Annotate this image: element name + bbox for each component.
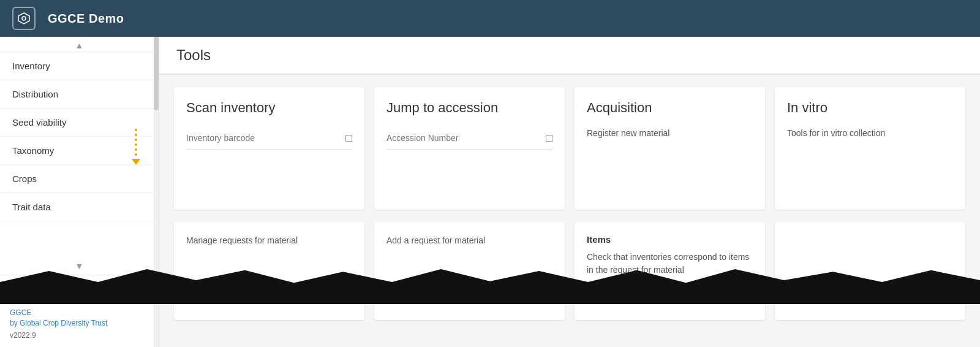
bottom-cards-grid: Manage requests for material Add a reque… bbox=[159, 222, 980, 332]
accession-scan-icon[interactable]: □ bbox=[546, 132, 552, 145]
org-by: by Global Crop Diversity Trust bbox=[10, 318, 149, 329]
app-header: GGCE Demo bbox=[0, 0, 980, 37]
main-content: Tools Scan inventory □ Jump to accession… bbox=[159, 37, 980, 347]
sidebar-item-distribution[interactable]: Distribution bbox=[0, 80, 159, 109]
org-name: GGCE bbox=[10, 308, 149, 318]
sidebar-item-label: Trait data bbox=[12, 202, 51, 212]
scan-inventory-title: Scan inventory bbox=[186, 99, 352, 117]
manage-requests-desc: Manage requests for material bbox=[186, 234, 352, 247]
in-vitro-description: Tools for in vitro collection bbox=[787, 127, 953, 140]
scan-inventory-card: Scan inventory □ bbox=[174, 87, 364, 210]
barcode-scan-icon[interactable]: □ bbox=[345, 132, 352, 145]
acquisition-card: Acquisition Register new material bbox=[575, 87, 765, 210]
sidebar-scroll-bottom: ▼ bbox=[0, 260, 159, 275]
logout-email: mar@rrinc.com bbox=[51, 288, 110, 297]
accession-number-wrapper: □ bbox=[386, 127, 552, 150]
page-title: Tools bbox=[176, 47, 963, 64]
svg-point-1 bbox=[22, 17, 26, 20]
sidebar-scroll-top: ▲ bbox=[0, 37, 159, 52]
jump-to-accession-card: Jump to accession □ bbox=[374, 87, 565, 210]
inventory-barcode-input[interactable] bbox=[186, 133, 341, 143]
sidebar-item-label: Taxonomy bbox=[12, 145, 54, 156]
check-items-desc: Check that inventories correspond to ite… bbox=[587, 251, 753, 276]
sidebar: ▲ Inventory Distribution bbox=[0, 37, 159, 347]
sidebar-item-inventory[interactable]: Inventory bbox=[0, 52, 159, 80]
add-request-card: Add a request for material bbox=[374, 222, 565, 320]
sidebar-item-seed-viability[interactable]: Seed viability bbox=[0, 109, 159, 137]
inventory-barcode-wrapper: □ bbox=[186, 127, 352, 150]
sidebar-item-label: Crops bbox=[12, 174, 37, 184]
jump-to-accession-title: Jump to accession bbox=[386, 99, 552, 117]
logout-prefix: Logout bbox=[20, 288, 44, 297]
card-4-bottom bbox=[775, 222, 965, 320]
sidebar-item-taxonomy[interactable]: Taxonomy bbox=[0, 137, 159, 165]
in-vitro-card: In vitro Tools for in vitro collection bbox=[775, 87, 965, 210]
sidebar-version: v2022.9 bbox=[10, 331, 149, 340]
scrollbar-track bbox=[154, 37, 159, 347]
in-vitro-title: In vitro bbox=[787, 99, 953, 117]
sidebar-org-info: GGCE by Global Crop Diversity Trust bbox=[10, 308, 149, 329]
app-logo bbox=[12, 7, 36, 30]
check-items-card: Items Check that inventories correspond … bbox=[575, 222, 765, 320]
app-title: GGCE Demo bbox=[48, 12, 124, 26]
manage-requests-card: Manage requests for material bbox=[174, 222, 364, 320]
sidebar-item-label: Distribution bbox=[12, 89, 58, 99]
sidebar-item-label: Seed viability bbox=[12, 117, 66, 128]
chevron-up-icon[interactable]: ▲ bbox=[75, 40, 84, 50]
sidebar-bottom: Logout mar@rrinc.com GGCE by Global Crop… bbox=[0, 275, 159, 347]
add-request-desc: Add a request for material bbox=[386, 234, 552, 247]
sidebar-item-label: Inventory bbox=[12, 61, 50, 71]
accession-number-input[interactable] bbox=[386, 133, 541, 143]
logout-button[interactable]: Logout mar@rrinc.com bbox=[10, 283, 119, 302]
page-header: Tools bbox=[159, 37, 980, 75]
sidebar-item-trait-data[interactable]: Trait data bbox=[0, 193, 159, 221]
sidebar-nav: Inventory Distribution Seed viability bbox=[0, 52, 159, 260]
tools-cards-grid: Scan inventory □ Jump to accession □ Acq… bbox=[159, 75, 980, 222]
acquisition-description: Register new material bbox=[587, 127, 753, 140]
svg-marker-0 bbox=[18, 13, 29, 24]
scrollbar-thumb[interactable] bbox=[154, 37, 159, 110]
chevron-down-icon[interactable]: ▼ bbox=[75, 261, 84, 271]
acquisition-title: Acquisition bbox=[587, 99, 753, 117]
sidebar-item-crops[interactable]: Crops bbox=[0, 165, 159, 193]
check-items-title: Items bbox=[587, 234, 753, 245]
